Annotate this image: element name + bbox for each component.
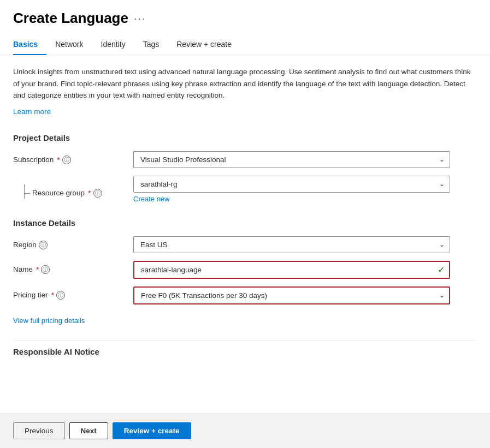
tab-network[interactable]: Network <box>46 35 92 55</box>
previous-button[interactable]: Previous <box>13 422 65 439</box>
project-details-section: Project Details Subscription * ⓘ Visual … <box>13 133 477 203</box>
more-options-icon[interactable]: ··· <box>134 12 146 25</box>
rg-label-group: Resource group * ⓘ <box>32 184 102 198</box>
main-content: Unlock insights from unstructured text u… <box>0 55 490 448</box>
name-label: Name <box>13 265 33 273</box>
subscription-control: Visual Studio Professional ⌄ <box>133 151 450 168</box>
pricing-select-wrapper: Free F0 (5K Transactions per 30 days) ⌄ <box>133 286 450 304</box>
name-info-icon[interactable]: ⓘ <box>41 265 50 274</box>
next-button[interactable]: Next <box>69 422 108 439</box>
rg-indent: Resource group * ⓘ <box>13 176 133 199</box>
pricing-label-col: Pricing tier * ⓘ <box>13 286 133 300</box>
create-new-link[interactable]: Create new <box>133 195 450 203</box>
name-label-col: Name * ⓘ <box>13 261 133 274</box>
pricing-tier-select[interactable]: Free F0 (5K Transactions per 30 days) <box>133 286 450 304</box>
learn-more-link[interactable]: Learn more <box>13 107 51 116</box>
pricing-info-icon[interactable]: ⓘ <box>56 291 65 300</box>
subscription-label: Subscription <box>13 156 54 164</box>
name-required: * <box>36 265 39 274</box>
subscription-label-col: Subscription * ⓘ <box>13 151 133 164</box>
responsible-ai-title: Responsible AI Notice <box>13 347 477 356</box>
project-details-title: Project Details <box>13 133 477 142</box>
name-valid-icon: ✓ <box>438 265 445 275</box>
resource-group-label: Resource group <box>32 189 85 197</box>
region-row: Region ⓘ East US ⌄ <box>13 236 477 253</box>
pricing-tier-label: Pricing tier <box>13 291 48 299</box>
rg-select-wrapper: sarathlal-rg ⌄ <box>133 176 450 193</box>
region-info-icon[interactable]: ⓘ <box>39 241 48 249</box>
name-control: ✓ <box>133 261 450 279</box>
instance-details-title: Instance Details <box>13 218 477 228</box>
region-label: Region <box>13 241 37 249</box>
region-label-col: Region ⓘ <box>13 236 133 249</box>
tab-bar: Basics Network Identity Tags Review + cr… <box>0 27 490 55</box>
resource-group-select[interactable]: sarathlal-rg <box>133 176 450 193</box>
subscription-select-wrapper: Visual Studio Professional ⌄ <box>133 151 450 168</box>
responsible-ai-section: Responsible AI Notice <box>13 340 477 356</box>
page-container: Create Language ··· Basics Network Ident… <box>0 0 490 448</box>
region-select[interactable]: East US <box>133 236 450 253</box>
instance-details-section: Instance Details Region ⓘ East US ⌄ <box>13 218 477 325</box>
subscription-info-icon[interactable]: ⓘ <box>62 156 71 164</box>
pricing-required: * <box>51 291 54 300</box>
rg-required: * <box>88 189 91 198</box>
view-pricing-link[interactable]: View full pricing details <box>13 316 85 325</box>
pricing-tier-row: Pricing tier * ⓘ Free F0 (5K Transaction… <box>13 286 477 304</box>
review-create-button[interactable]: Review + create <box>113 422 191 439</box>
name-input-wrapper: ✓ <box>133 261 450 279</box>
subscription-required: * <box>57 156 60 164</box>
rg-info-icon[interactable]: ⓘ <box>93 189 102 198</box>
tab-identity[interactable]: Identity <box>92 35 134 55</box>
rg-control: sarathlal-rg ⌄ Create new <box>133 176 450 203</box>
region-select-wrapper: East US ⌄ <box>133 236 450 253</box>
pricing-control: Free F0 (5K Transactions per 30 days) ⌄ <box>133 286 450 304</box>
tab-tags[interactable]: Tags <box>134 35 168 55</box>
name-row: Name * ⓘ ✓ <box>13 261 477 279</box>
name-input[interactable] <box>133 261 450 279</box>
page-title: Create Language <box>13 10 128 27</box>
tab-review-create[interactable]: Review + create <box>168 35 240 55</box>
resource-group-row: Resource group * ⓘ sarathlal-rg ⌄ <box>13 176 477 203</box>
header: Create Language ··· <box>0 0 490 27</box>
subscription-row: Subscription * ⓘ Visual Studio Professio… <box>13 151 477 168</box>
page-description: Unlock insights from unstructured text u… <box>13 66 477 101</box>
region-control: East US ⌄ <box>133 236 450 253</box>
subscription-select[interactable]: Visual Studio Professional <box>133 151 450 168</box>
tab-basics[interactable]: Basics <box>13 35 46 55</box>
footer: Previous Next Review + create <box>0 413 490 448</box>
